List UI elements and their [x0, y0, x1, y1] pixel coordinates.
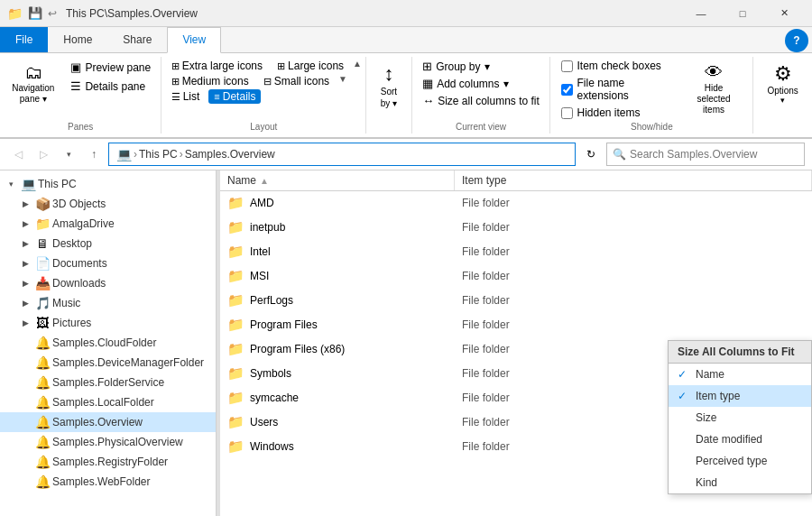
file-name-amd: 📁 AMD [220, 193, 455, 213]
extra-large-icons-icon: ⊞ [171, 60, 180, 72]
list-button[interactable]: ☰ List [166, 89, 206, 104]
help-button[interactable]: ? [785, 29, 808, 52]
folderservice-icon: 🔔 [34, 374, 51, 391]
music-icon: 🎵 [34, 295, 51, 311]
sidebar-item-devicemgr[interactable]: 🔔 Samples.DeviceManagerFolder [0, 353, 216, 373]
maximize-button[interactable]: □ [722, 0, 763, 27]
sidebar-item-music[interactable]: ▶ 🎵 Music [0, 293, 216, 313]
expand-overview [18, 415, 32, 429]
sidebar-item-overview[interactable]: 🔔 Samples.Overview [0, 412, 216, 432]
folder-icon: 📁 [227, 341, 245, 357]
address-input[interactable]: 💻 › This PC › Samples.Overview [108, 143, 576, 166]
sidebar-item-amalgadrive[interactable]: ▶ 📁 AmalgaDrive [0, 214, 216, 234]
details-pane-label: Details pane [85, 80, 145, 93]
sidebar-item-desktop[interactable]: ▶ 🖥 Desktop [0, 234, 216, 253]
recent-locations-button[interactable]: ▾ [58, 143, 79, 165]
sidebar-item-documents[interactable]: ▶ 📄 Documents [0, 253, 216, 273]
minimize-button[interactable]: — [680, 0, 722, 27]
size-all-icon: ↔ [422, 94, 434, 107]
quick-access-save[interactable]: 💾 [28, 6, 42, 20]
item-checkboxes-check[interactable] [561, 60, 573, 72]
dropdown-header: Size All Columns to Fit [669, 341, 811, 364]
hidden-items-check[interactable] [561, 107, 573, 119]
layout-scroll-up[interactable]: ▲ [353, 59, 362, 73]
file-name-label: Program Files [250, 318, 318, 331]
sidebar-item-folderservice[interactable]: 🔔 Samples.FolderService [0, 373, 216, 392]
desktop-label: Desktop [52, 237, 92, 250]
sidebar-item-thispc[interactable]: ▾ 💻 This PC [0, 174, 216, 194]
sidebar-item-registryfolder[interactable]: 🔔 Samples.RegistryFolder [0, 452, 216, 472]
hide-selected-button[interactable]: 👁 Hide selecteditems [682, 59, 745, 119]
file-name-label: Users [250, 416, 278, 428]
file-extensions-check[interactable] [561, 84, 573, 96]
tab-view[interactable]: View [167, 27, 221, 53]
table-row[interactable]: 📁 MSI File folder [220, 264, 812, 289]
table-row[interactable]: 📁 Program Files File folder [220, 313, 812, 337]
table-row[interactable]: 📁 Intel File folder [220, 240, 812, 264]
small-icons-label: Small icons [274, 75, 329, 88]
details-pane-button[interactable]: ☰ Details pane [65, 78, 156, 95]
registryfolder-label: Samples.RegistryFolder [52, 456, 168, 468]
sidebar-item-downloads[interactable]: ▶ 📥 Downloads [0, 273, 216, 293]
expand-music: ▶ [18, 296, 32, 310]
table-row[interactable]: 📁 AMD File folder [220, 191, 812, 216]
col-header-type[interactable]: Item type [455, 170, 812, 190]
layout-scroll-down[interactable]: ▼ [338, 74, 347, 88]
extra-large-icons-button[interactable]: ⊞ Extra large icons [166, 59, 268, 73]
ribbon-content: 🗂 Navigationpane ▾ ▣ Preview pane ☰ Deta… [0, 53, 812, 138]
music-label: Music [52, 297, 80, 309]
col-header-name[interactable]: Name ▲ [220, 170, 455, 190]
dropdown-item-perceivedtype[interactable]: Perceived type [669, 450, 811, 472]
file-type-perflogs: File folder [455, 292, 812, 309]
large-icons-button[interactable]: ⊞ Large icons [272, 59, 349, 73]
refresh-button[interactable]: ↻ [579, 143, 603, 166]
layout-row-3: ☰ List ≡ Details [166, 89, 262, 104]
details-button[interactable]: ≡ Details [208, 89, 261, 104]
expand-3dobjects: ▶ [18, 197, 32, 211]
navigation-pane-button[interactable]: 🗂 Navigationpane ▾ [5, 59, 61, 108]
add-columns-button[interactable]: ▦ Add columns ▾ [417, 76, 513, 91]
item-checkboxes-row: Item check boxes [558, 59, 678, 73]
tab-file[interactable]: File [0, 27, 48, 52]
sidebar-item-3dobjects[interactable]: ▶ 📦 3D Objects [0, 194, 216, 214]
tab-home[interactable]: Home [48, 27, 107, 52]
up-button[interactable]: ↑ [83, 143, 105, 165]
ribbon-group-current-view: ⊞ Group by ▾ ▦ Add columns ▾ ↔ Size all … [412, 57, 551, 134]
sidebar-item-webfolder[interactable]: 🔔 Samples.WebFolder [0, 472, 216, 492]
file-name-perflogs: 📁 PerfLogs [220, 290, 455, 310]
hide-selected-icon: 👁 [705, 62, 723, 83]
group-by-button[interactable]: ⊞ Group by ▾ [417, 59, 494, 74]
quick-access-undo[interactable]: ↩ [48, 7, 57, 20]
table-row[interactable]: 📁 inetpub File folder [220, 216, 812, 240]
check-itemtype: ✓ [678, 390, 690, 402]
file-type-inetpub: File folder [455, 219, 812, 235]
sort-arrow: ▲ [260, 176, 269, 186]
dropdown-item-datemodified[interactable]: Date modified [669, 428, 811, 450]
sort-button[interactable]: ↕ Sortby ▾ [374, 59, 404, 113]
tab-share[interactable]: Share [107, 27, 167, 52]
sidebar-item-localfolder[interactable]: 🔔 Samples.LocalFolder [0, 392, 216, 412]
size-all-label: Size all columns to fit [438, 95, 540, 107]
sidebar-item-physicaloverview[interactable]: 🔔 Samples.PhysicalOverview [0, 432, 216, 452]
size-all-columns-button[interactable]: ↔ Size all columns to fit [417, 93, 545, 108]
dropdown-item-itemtype[interactable]: ✓ Item type [669, 385, 811, 407]
table-row[interactable]: 📁 PerfLogs File folder [220, 289, 812, 313]
dropdown-datemodified-label: Date modified [696, 433, 762, 446]
layout-group-label: Layout [250, 120, 277, 132]
sidebar-item-cloudfolde[interactable]: 🔔 Samples.CloudFolder [0, 333, 216, 353]
folder-icon: 📁 [227, 365, 245, 382]
small-icons-button[interactable]: ⊟ Small icons [258, 74, 335, 88]
dropdown-item-size[interactable]: Size [669, 407, 811, 428]
folder-icon: 📁 [227, 292, 245, 309]
file-name-label: PerfLogs [250, 294, 293, 307]
sidebar-item-pictures[interactable]: ▶ 🖼 Pictures [0, 313, 216, 333]
file-name-label: symcache [250, 392, 299, 404]
preview-pane-button[interactable]: ▣ Preview pane [65, 59, 156, 76]
dropdown-item-name[interactable]: ✓ Name [669, 364, 811, 385]
options-button[interactable]: ⚙ Options ▾ [760, 59, 805, 108]
group-by-icon: ⊞ [422, 60, 432, 73]
close-button[interactable]: ✕ [763, 0, 805, 27]
search-input[interactable] [630, 148, 798, 161]
dropdown-item-kind[interactable]: Kind [669, 472, 811, 493]
medium-icons-button[interactable]: ⊞ Medium icons [166, 74, 254, 88]
